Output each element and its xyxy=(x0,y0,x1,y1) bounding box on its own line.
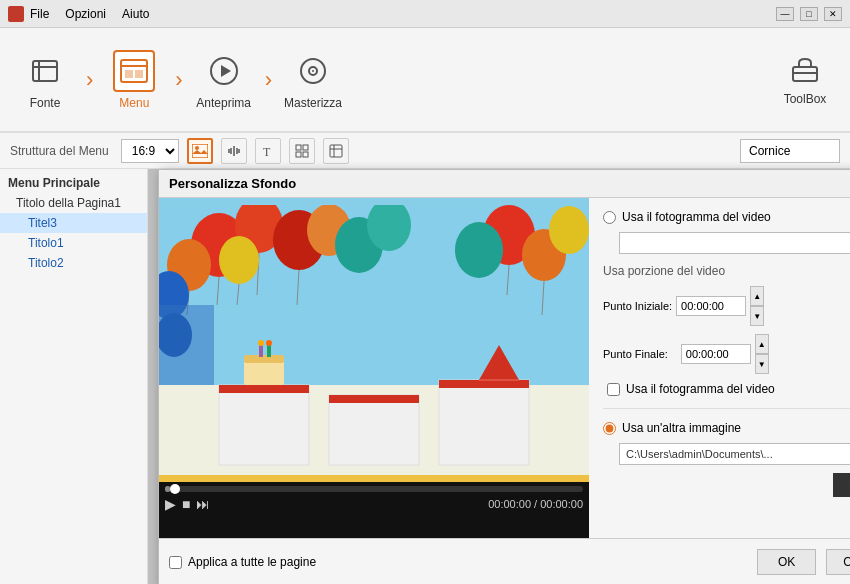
dialog-settings-panel: Usa il fotogramma del video ··· Usa porz… xyxy=(589,198,850,538)
svg-rect-54 xyxy=(244,355,284,363)
svg-rect-51 xyxy=(329,395,419,403)
dialog-title: Personalizza Sfondo xyxy=(169,176,296,191)
progress-bar[interactable] xyxy=(165,486,583,492)
divider xyxy=(603,408,850,409)
image-path-input[interactable] xyxy=(619,443,850,465)
arrow-sep-3: › xyxy=(265,67,272,93)
svg-point-42 xyxy=(455,222,503,278)
dialog-body: ▶ ■ ⏭ 00:00:00 / 00:00:00 Usa il fo xyxy=(159,198,850,538)
video-frame-radio[interactable] xyxy=(603,211,616,224)
image-tool-button[interactable] xyxy=(187,138,213,164)
svg-rect-14 xyxy=(192,144,208,158)
use-frame-checkbox-label: Usa il fotogramma del video xyxy=(626,382,775,396)
menu-button[interactable]: Menu xyxy=(99,37,169,122)
punto-iniziale-label: Punto Iniziale: xyxy=(603,300,672,312)
struttura-label: Struttura del Menu xyxy=(10,144,109,158)
fonte-icon xyxy=(24,50,66,92)
ok-button[interactable]: OK xyxy=(757,549,816,575)
cancel-button[interactable]: Cancella xyxy=(826,549,850,575)
video-path-input[interactable] xyxy=(619,232,850,254)
stop-button[interactable]: ■ xyxy=(182,496,190,512)
svg-rect-21 xyxy=(330,145,342,157)
sidebar-item-titolo2[interactable]: Titolo2 xyxy=(0,253,147,273)
video-controls: ▶ ■ ⏭ 00:00:00 / 00:00:00 xyxy=(159,482,589,538)
maximize-button[interactable]: □ xyxy=(800,7,818,21)
svg-point-58 xyxy=(266,340,272,346)
svg-rect-50 xyxy=(219,385,309,393)
svg-point-35 xyxy=(219,236,259,284)
svg-rect-61 xyxy=(159,305,214,385)
anteprima-button[interactable]: Anteprima xyxy=(189,37,259,122)
svg-rect-57 xyxy=(267,345,271,357)
sidebar-item-menu-principale[interactable]: Menu Principale xyxy=(0,173,147,193)
minimize-button[interactable]: — xyxy=(776,7,794,21)
sidebar-item-titolo1[interactable]: Titolo1 xyxy=(0,233,147,253)
svg-rect-3 xyxy=(121,60,147,82)
svg-rect-52 xyxy=(439,380,529,388)
svg-point-41 xyxy=(549,206,589,254)
punto-finale-label: Punto Finale: xyxy=(603,348,668,360)
masterizza-label: Masterizza xyxy=(284,96,342,110)
menu-bar: File Opzioni Aiuto xyxy=(30,7,149,21)
menu-opzioni[interactable]: Opzioni xyxy=(65,7,106,21)
svg-point-56 xyxy=(258,340,264,346)
svg-rect-19 xyxy=(296,152,301,157)
altra-immagine-radio-label: Usa un'altra immagine xyxy=(622,421,741,435)
text-tool-button[interactable]: T xyxy=(255,138,281,164)
default-button[interactable]: Default xyxy=(833,473,850,497)
fonte-button[interactable]: Fonte xyxy=(10,37,80,122)
masterizza-button[interactable]: Masterizza xyxy=(278,37,348,122)
arrow-sep-1: › xyxy=(86,67,93,93)
footer-buttons: OK Cancella xyxy=(757,549,850,575)
cornice-input[interactable] xyxy=(740,139,840,163)
main-toolbar: Fonte › Menu › Anteprima › Masterizza To… xyxy=(0,28,850,133)
fonte-label: Fonte xyxy=(30,96,61,110)
menu-file[interactable]: File xyxy=(30,7,49,21)
masterizza-icon xyxy=(292,50,334,92)
video-scene-svg xyxy=(159,205,589,475)
aspect-ratio-select[interactable]: 16:9 4:3 xyxy=(121,139,179,163)
video-path-row: ··· xyxy=(619,232,850,254)
use-frame-checkbox-row: Usa il fotogramma del video xyxy=(607,382,850,396)
applica-checkbox[interactable] xyxy=(169,556,182,569)
sidebar: Menu Principale Titolo della Pagina1 Tit… xyxy=(0,169,148,584)
next-button[interactable]: ⏭ xyxy=(196,496,210,512)
use-frame-checkbox[interactable] xyxy=(607,383,620,396)
svg-rect-47 xyxy=(219,385,309,465)
cornice-container xyxy=(740,139,840,163)
svg-rect-20 xyxy=(303,152,308,157)
menu-label: Menu xyxy=(119,96,149,110)
sidebar-item-titel3[interactable]: Titel3 xyxy=(0,213,147,233)
toolbox-button[interactable]: ToolBox xyxy=(770,37,840,122)
grid-tool-button[interactable] xyxy=(289,138,315,164)
time-start-up[interactable]: ▲ xyxy=(750,286,764,306)
settings-tool-button[interactable] xyxy=(323,138,349,164)
progress-thumb xyxy=(170,484,180,494)
toolbox-icon xyxy=(789,53,821,88)
title-bar: File Opzioni Aiuto — □ ✕ xyxy=(0,0,850,28)
time-end-up[interactable]: ▲ xyxy=(755,334,769,354)
main-area: Menu Principale Titolo della Pagina1 Tit… xyxy=(0,169,850,584)
punto-iniziale-input[interactable] xyxy=(676,296,746,316)
audio-tool-button[interactable] xyxy=(221,138,247,164)
sidebar-item-titolo-pagina1[interactable]: Titolo della Pagina1 xyxy=(0,193,147,213)
svg-rect-18 xyxy=(303,145,308,150)
svg-rect-17 xyxy=(296,145,301,150)
time-start-down[interactable]: ▼ xyxy=(750,306,764,326)
window-controls: — □ ✕ xyxy=(776,7,842,21)
punto-finale-input[interactable] xyxy=(681,344,751,364)
svg-point-15 xyxy=(195,146,199,150)
arrow-sep-2: › xyxy=(175,67,182,93)
applica-label: Applica a tutte le pagine xyxy=(188,555,316,569)
svg-rect-5 xyxy=(125,70,133,78)
menu-aiuto[interactable]: Aiuto xyxy=(122,7,149,21)
svg-rect-53 xyxy=(244,360,284,385)
play-button[interactable]: ▶ xyxy=(165,496,176,512)
svg-point-11 xyxy=(312,70,314,72)
applica-checkbox-row: Applica a tutte le pagine xyxy=(169,555,316,569)
close-button[interactable]: ✕ xyxy=(824,7,842,21)
svg-text:T: T xyxy=(263,145,271,158)
altra-immagine-radio[interactable] xyxy=(603,422,616,435)
punto-finale-row: Punto Finale: ▲ ▼ xyxy=(603,334,850,374)
time-end-down[interactable]: ▼ xyxy=(755,354,769,374)
